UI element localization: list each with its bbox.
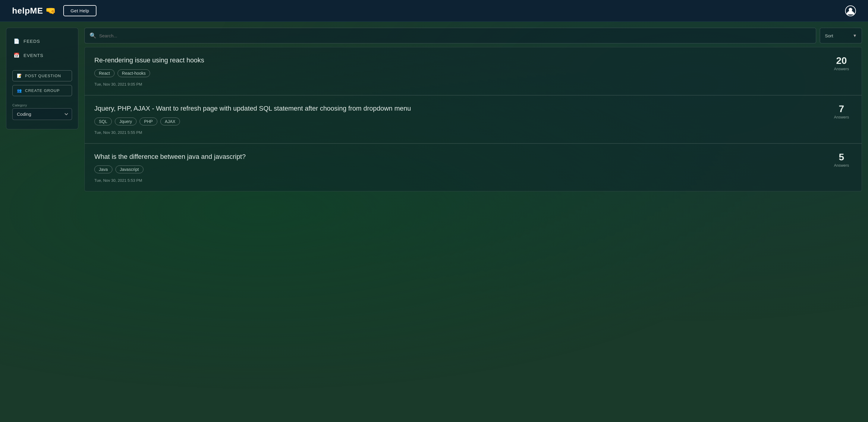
category-section: Category Coding Design Marketing Science…	[12, 103, 72, 120]
question-date: Tue, Nov 30, 2021 9:05 PM	[94, 82, 825, 87]
create-group-button[interactable]: 👥 CREATE GROUP	[12, 85, 72, 96]
search-input[interactable]	[99, 33, 811, 38]
logo-text: helpME	[12, 6, 43, 16]
logo-icon: 🤜	[45, 6, 56, 16]
create-group-label: CREATE GROUP	[25, 88, 60, 93]
sidebar-item-events[interactable]: 📅 EVENTS	[6, 48, 78, 62]
main-layout: 📄 FEEDS 📅 EVENTS 📝 POST QUESTION 👥 CREAT…	[0, 22, 868, 422]
answer-number: 7	[839, 104, 844, 114]
questions-list: Re-rendering issue using react hooks Rea…	[84, 47, 862, 191]
user-account-button[interactable]	[845, 5, 856, 16]
sort-label: Sort	[825, 33, 849, 38]
tag: React	[94, 69, 115, 77]
answers-label: Answers	[834, 115, 849, 119]
question-content: What is the difference between java and …	[94, 152, 825, 183]
search-container: 🔍	[84, 28, 816, 43]
tag: SQL	[94, 118, 112, 125]
category-label: Category	[12, 103, 72, 107]
tag: Javascript	[116, 165, 144, 173]
search-icon: 🔍	[90, 32, 96, 39]
sidebar-feeds-label: FEEDS	[24, 38, 40, 44]
question-content: Jquery, PHP, AJAX - Want to refresh page…	[94, 104, 825, 135]
tag: AJAX	[160, 118, 180, 125]
question-title: Re-rendering issue using react hooks	[94, 56, 825, 65]
tag: Java	[94, 165, 113, 173]
sidebar-item-feeds[interactable]: 📄 FEEDS	[6, 34, 78, 48]
question-date: Tue, Nov 30, 2021 5:53 PM	[94, 178, 825, 183]
create-group-icon: 👥	[17, 88, 22, 93]
question-content: Re-rendering issue using react hooks Rea…	[94, 56, 825, 87]
events-icon: 📅	[13, 53, 20, 58]
tag: PHP	[140, 118, 157, 125]
question-title: What is the difference between java and …	[94, 152, 825, 161]
question-card[interactable]: What is the difference between java and …	[84, 144, 862, 192]
sidebar-events-label: EVENTS	[24, 53, 43, 58]
answer-count: 7 Answers	[825, 104, 852, 119]
header: helpME 🤜 Get Help	[0, 0, 868, 22]
question-card[interactable]: Jquery, PHP, AJAX - Want to refresh page…	[84, 95, 862, 144]
question-card[interactable]: Re-rendering issue using react hooks Rea…	[84, 47, 862, 95]
get-help-button[interactable]: Get Help	[63, 5, 96, 16]
content-area: 🔍 Sort ▼ Re-rendering issue using react …	[84, 28, 862, 416]
tags-row: SQLJqueryPHPAJAX	[94, 118, 825, 125]
sort-dropdown[interactable]: Sort ▼	[820, 28, 862, 43]
sidebar-divider	[6, 62, 78, 68]
question-title: Jquery, PHP, AJAX - Want to refresh page…	[94, 104, 825, 113]
answers-label: Answers	[834, 163, 849, 168]
tag: Jquery	[115, 118, 136, 125]
search-bar-row: 🔍 Sort ▼	[84, 28, 862, 43]
tag: React-hooks	[118, 69, 150, 77]
answer-count: 5 Answers	[825, 152, 852, 168]
tags-row: ReactReact-hooks	[94, 69, 825, 77]
post-question-button[interactable]: 📝 POST QUESTION	[12, 70, 72, 81]
post-question-icon: 📝	[17, 73, 22, 78]
category-select[interactable]: Coding Design Marketing Science Math	[12, 108, 72, 120]
answer-count: 20 Answers	[825, 56, 852, 71]
answer-number: 5	[839, 152, 844, 162]
header-left: helpME 🤜 Get Help	[12, 5, 96, 16]
feeds-icon: 📄	[13, 38, 20, 44]
post-question-label: POST QUESTION	[25, 73, 61, 78]
sort-chevron-icon: ▼	[852, 33, 857, 38]
answer-number: 20	[836, 56, 847, 65]
question-date: Tue, Nov 30, 2021 5:55 PM	[94, 130, 825, 135]
sidebar: 📄 FEEDS 📅 EVENTS 📝 POST QUESTION 👥 CREAT…	[6, 28, 79, 129]
answers-label: Answers	[834, 67, 849, 71]
tags-row: JavaJavascript	[94, 165, 825, 173]
logo: helpME 🤜	[12, 6, 56, 16]
